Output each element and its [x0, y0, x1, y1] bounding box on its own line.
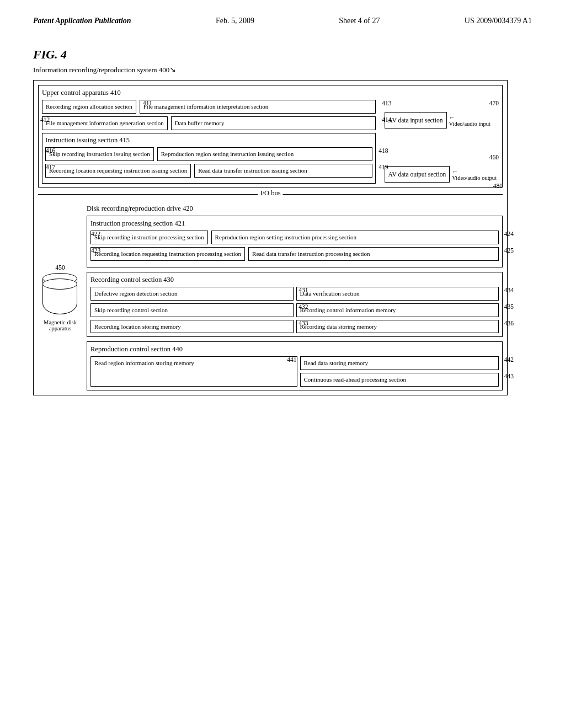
- skip-recording-instruction-box: 416 Skip recording instruction issuing s…: [45, 147, 154, 161]
- ref-422: 422: [91, 230, 100, 238]
- reproduction-region-processing-box: 424 Reproduction region setting instruct…: [211, 231, 499, 244]
- recording-control-section: Recording control section 430 431 Defect…: [87, 272, 503, 338]
- continuous-read-ahead-box: 443 Continuous read-ahead processing sec…: [300, 373, 499, 387]
- av-input-group: AV data input section ← Video/audio inpu…: [385, 112, 499, 129]
- io-bus-label: I/O bus: [258, 189, 282, 197]
- ref-416: 416: [46, 147, 55, 155]
- recording-location-storing-box: 433 Recording location storing memory: [90, 320, 294, 334]
- publication-label: Patent Application Publication: [33, 17, 131, 25]
- ref-435: 435: [504, 303, 514, 311]
- lower-section: 450 Magnetic disk apparatus Disk recordi…: [38, 205, 503, 391]
- recording-region-allocation-box: Recording region allocation section 411: [42, 100, 136, 114]
- recording-location-requesting-box: 417 Recording location requesting instru…: [45, 164, 191, 178]
- ref-480: 480: [493, 183, 503, 189]
- patent-number: US 2009/0034379 A1: [465, 17, 532, 25]
- magnetic-disk-apparatus: 450 Magnetic disk apparatus: [38, 205, 82, 391]
- av-input-box: AV data input section: [385, 112, 447, 129]
- data-buffer-memory-box: Data buffer memory 414: [171, 116, 376, 130]
- read-data-transfer-issuing-box: 419 Read data transfer instruction issui…: [194, 164, 372, 178]
- instruction-issuing-label: Instruction issuing section 415: [45, 136, 372, 144]
- data-verification-box: 434 Data verification section: [296, 287, 499, 301]
- ref-442: 442: [504, 356, 514, 364]
- av-output-group: AV data output section ← Video/audio out…: [385, 166, 499, 183]
- av-output-box: AV data output section: [385, 166, 450, 183]
- instruction-processing-label: Instruction processing section 421: [90, 220, 499, 228]
- recording-control-label: Recording control section 430: [90, 276, 499, 284]
- magnetic-disk-label: Magnetic disk apparatus: [38, 319, 82, 331]
- av-right-side: 470 AV data input section ← Video/audio …: [385, 100, 499, 183]
- io-bus-area: I/O bus 480: [38, 192, 503, 197]
- upper-control-label: Upper control apparatus 410: [42, 89, 499, 97]
- reproduction-control-label: Reproduction control section 440: [90, 345, 499, 354]
- ref-412: 412: [40, 116, 50, 124]
- ref-441: 441: [287, 356, 296, 364]
- read-data-transfer-processing-box: 425 Read data transfer instruction proce…: [248, 247, 499, 261]
- system-label: Information recording/reproduction syste…: [33, 65, 532, 74]
- ref-414: 414: [382, 116, 391, 124]
- ref-423: 423: [91, 247, 100, 255]
- file-management-interpretation-box: File management information interpretati…: [140, 100, 376, 114]
- reproduction-control-section: Reproduction control section 440 441 Rea…: [87, 341, 503, 390]
- ref-418: 418: [379, 147, 388, 155]
- instruction-issuing-section: Instruction issuing section 415 416 Skip…: [42, 133, 376, 184]
- ref-417: 417: [46, 163, 55, 172]
- read-region-info-box: 441 Read region information storing memo…: [90, 356, 297, 387]
- read-data-storing-box: 442 Read data storing memory: [300, 356, 499, 370]
- ref-413: 413: [382, 99, 391, 108]
- ref-436: 436: [504, 319, 514, 328]
- ref-419: 419: [379, 163, 388, 172]
- ref-424: 424: [504, 230, 514, 238]
- figure-title: FIG. 4: [33, 47, 532, 62]
- upper-control-apparatus: Upper control apparatus 410 Recording re…: [38, 85, 503, 188]
- file-management-generation-box: File management information generation s…: [42, 116, 168, 130]
- ref-425: 425: [504, 247, 514, 255]
- main-diagram: Upper control apparatus 410 Recording re…: [33, 80, 508, 395]
- reproduction-region-setting-box: 418 Reproduction region setting instruct…: [157, 147, 372, 161]
- skip-recording-processing-box: 422 Skip recording instruction processin…: [90, 231, 208, 244]
- instruction-processing-section: Instruction processing section 421 422 S…: [87, 216, 503, 267]
- recording-data-storing-box: 436 Recording data storing memory: [296, 320, 499, 334]
- sheet-label: Sheet 4 of 27: [339, 17, 380, 25]
- defective-region-box: 431 Defective region detection section: [90, 287, 294, 301]
- skip-recording-control-box: 432 Skip recording control section: [90, 303, 294, 317]
- ref-443: 443: [504, 372, 514, 381]
- date-label: Feb. 5, 2009: [216, 17, 254, 25]
- disk-drive-content: Disk recording/reproduction drive 420 In…: [87, 205, 503, 391]
- recording-location-processing-box: 423 Recording location requesting instru…: [90, 247, 245, 261]
- recording-control-info-memory-box: 435 Recording control information memory: [296, 303, 499, 317]
- disk-drive-label: Disk recording/reproduction drive 420: [87, 205, 503, 213]
- ref-434: 434: [504, 286, 514, 295]
